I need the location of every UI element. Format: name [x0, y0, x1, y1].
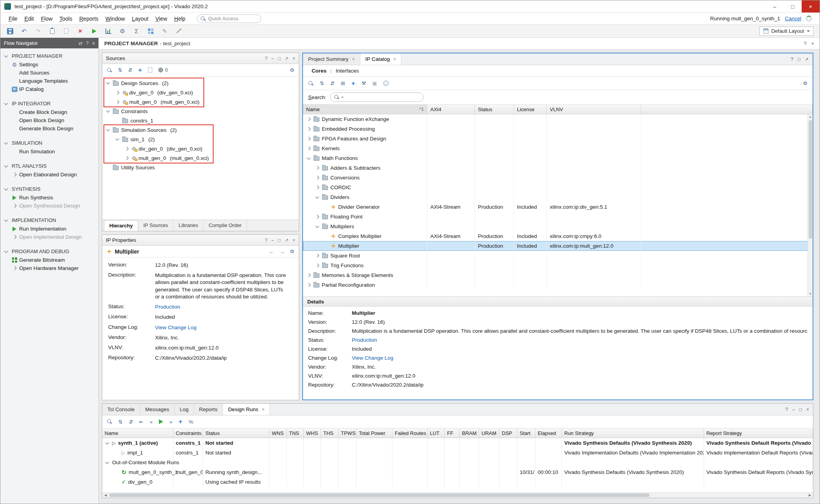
redo-icon[interactable]: ↷: [34, 27, 42, 35]
expand-all-icon[interactable]: ⇵: [129, 419, 133, 425]
menu-tools[interactable]: Tools: [56, 14, 76, 23]
source-item-simulation-sources[interactable]: Simulation Sources (2): [102, 125, 299, 135]
vertical-scrollbar[interactable]: ▲ ▼: [808, 114, 813, 296]
tab-tcl-console[interactable]: Tcl Console: [102, 404, 140, 415]
chevron-right-icon[interactable]: [307, 147, 311, 151]
runs-column-dsp[interactable]: DSP: [499, 428, 517, 438]
search-icon[interactable]: [107, 419, 112, 424]
chevron-right-icon[interactable]: [12, 204, 16, 208]
catalog-row-partial-reconfiguration[interactable]: Partial Reconfiguration: [303, 280, 813, 290]
scroll-right-icon[interactable]: ▶: [807, 493, 813, 497]
menu-reports[interactable]: Reports: [76, 14, 102, 23]
close-button[interactable]: ×: [802, 0, 820, 12]
close-icon[interactable]: ×: [292, 56, 295, 61]
chevron-right-icon[interactable]: [12, 235, 16, 239]
flownav-item-add-sources[interactable]: Add Sources: [0, 69, 98, 77]
minimize-icon[interactable]: –: [271, 56, 274, 61]
launch-runs-icon[interactable]: [159, 419, 163, 424]
run-row-out-of-context-module-runs[interactable]: Out-of-Context Module Runs: [102, 458, 813, 467]
layout-selector[interactable]: Default Layout: [759, 27, 814, 36]
chevron-right-icon[interactable]: [316, 215, 319, 219]
compatibility-icon[interactable]: ▣: [372, 80, 377, 86]
wand-icon[interactable]: [175, 27, 182, 35]
source-item-sim-1[interactable]: sim_1 (2): [102, 135, 299, 144]
close-icon[interactable]: ×: [352, 57, 355, 62]
run-row-synth-1-active[interactable]: ▷synth_1 (active)constrs_1Not startedViv…: [102, 438, 813, 448]
scrollbar-thumb[interactable]: [809, 120, 812, 239]
back-arrow-icon[interactable]: ←: [269, 248, 275, 255]
doc-icon[interactable]: [62, 27, 70, 35]
source-item-constrs-1[interactable]: constrs_1: [102, 116, 299, 125]
subtab-cores[interactable]: Cores: [308, 66, 330, 75]
runs-column-ths[interactable]: THS: [321, 428, 339, 438]
flownav-item-ip-catalog[interactable]: IPIP Catalog: [0, 85, 98, 93]
float-icon[interactable]: □: [799, 407, 802, 412]
horizontal-scrollbar[interactable]: ◀ ▶: [102, 492, 813, 498]
info-icon[interactable]: i: [383, 81, 389, 86]
catalog-row-square-root[interactable]: Square Root: [303, 251, 813, 261]
runs-column-failed-routes[interactable]: Failed Routes: [392, 428, 428, 438]
runs-column-wns[interactable]: WNS: [269, 428, 287, 438]
catalog-row-complex-multiplier[interactable]: Complex MultiplierAXI4-StreamProductionI…: [303, 231, 813, 241]
runs-column-uram[interactable]: URAM: [479, 428, 499, 438]
flownav-item-open-synthesized-design[interactable]: Open Synthesized Design: [0, 202, 98, 210]
chevron-down-icon[interactable]: [4, 163, 8, 167]
source-item-mult-gen-0[interactable]: ⚙mult_gen_0 (mult_gen_0.xci): [102, 97, 299, 106]
undo-icon[interactable]: ↶: [20, 27, 28, 35]
minimize-icon[interactable]: –: [792, 407, 795, 412]
reset-runs-icon[interactable]: ⇤: [139, 419, 144, 425]
chevron-down-icon[interactable]: [106, 128, 110, 131]
collapse-all-icon[interactable]: ⇅: [118, 67, 122, 73]
flownav-header-simulation[interactable]: SIMULATION: [0, 138, 98, 147]
flownav-item-generate-bitstream[interactable]: Generate Bitstream: [0, 256, 98, 264]
maximize-icon[interactable]: ↗: [285, 56, 289, 61]
sources-tab-libraries[interactable]: Libraries: [173, 220, 203, 231]
help-icon[interactable]: ?: [265, 238, 267, 243]
chevron-down-icon[interactable]: [105, 440, 109, 444]
flownav-item-open-elaborated-design[interactable]: Open Elaborated Design: [0, 170, 98, 179]
help-icon[interactable]: ?: [785, 407, 788, 412]
flownav-header-program-and-debug[interactable]: PROGRAM AND DEBUG: [0, 247, 98, 256]
catalog-row-fpga-features-and-design[interactable]: FPGA Features and Design: [303, 134, 813, 144]
collapse-all-icon[interactable]: ⇅: [118, 419, 123, 425]
runs-column-report-strategy[interactable]: Report Strategy: [704, 428, 813, 438]
clipboard-icon[interactable]: [48, 27, 56, 35]
flownav-header-implementation[interactable]: IMPLEMENTATION: [0, 216, 98, 225]
runs-column-ff[interactable]: FF: [445, 428, 460, 438]
forward-arrow-icon[interactable]: →: [279, 248, 285, 255]
run-row-div-gen-0[interactable]: ✓div_gen_0Using cached IP results: [102, 477, 813, 487]
detail-value[interactable]: Production: [352, 337, 377, 343]
maximize-icon[interactable]: ↗: [805, 57, 809, 62]
catalog-row-conversions[interactable]: Conversions: [303, 173, 813, 183]
chevron-right-icon[interactable]: [316, 254, 319, 258]
chevron-down-icon[interactable]: [105, 460, 109, 464]
source-item-div-gen-0[interactable]: ⚙div_gen_0 (div_gen_0.xci): [102, 88, 299, 97]
minimize-icon[interactable]: –: [271, 238, 274, 243]
catalog-row-dynamic-function-exchange[interactable]: Dynamic Function eXchange: [303, 114, 813, 124]
quick-access-search[interactable]: Quick Access: [197, 14, 261, 23]
catalog-row-adders-subtracters[interactable]: Adders & Subtracters: [303, 163, 813, 173]
chevron-down-icon[interactable]: [316, 224, 319, 228]
chevron-right-icon[interactable]: [307, 283, 311, 287]
runs-column-status[interactable]: Status: [203, 428, 269, 438]
search-icon[interactable]: [107, 67, 112, 73]
chevron-down-icon[interactable]: [4, 218, 8, 222]
catalog-search-input[interactable]: [330, 92, 424, 102]
menu-view[interactable]: View: [152, 14, 171, 23]
chart-icon[interactable]: [105, 27, 112, 35]
ip-property-value[interactable]: Production: [155, 303, 180, 311]
runs-column-name[interactable]: Name: [102, 428, 173, 438]
column-header-license[interactable]: License: [514, 105, 547, 114]
column-header-status[interactable]: Status: [475, 105, 514, 114]
runs-column-bram[interactable]: BRAM: [460, 428, 479, 438]
catalog-row-trig-functions[interactable]: Trig Functions: [303, 261, 813, 270]
chevron-down-icon[interactable]: [106, 81, 110, 85]
menu-icon[interactable]: ≡: [92, 41, 95, 46]
chevron-down-icon[interactable]: [4, 186, 8, 190]
document-icon[interactable]: [148, 67, 152, 73]
step-forward-icon[interactable]: »: [169, 419, 172, 425]
help-icon[interactable]: ?: [86, 41, 89, 46]
hierarchy-icon[interactable]: ⊞: [341, 80, 345, 86]
maximize-button[interactable]: □: [784, 0, 802, 12]
collapse-all-icon[interactable]: ⇅: [320, 80, 324, 86]
